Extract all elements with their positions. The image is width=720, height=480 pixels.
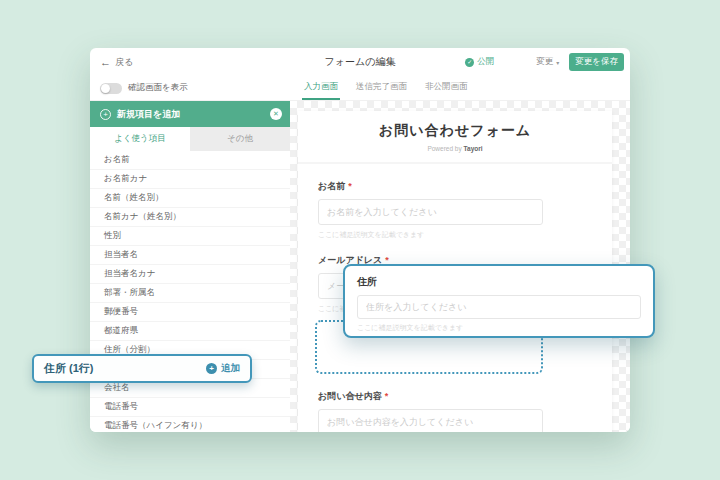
form-header: お問い合わせフォーム Powered by Tayori bbox=[298, 111, 612, 164]
topbar-actions: ✓ 公開 変更 ▾ 変更を保存 bbox=[465, 53, 624, 71]
back-arrow-icon: ← bbox=[100, 56, 111, 68]
address-input[interactable] bbox=[357, 295, 641, 319]
screen-tab[interactable]: 送信完了画面 bbox=[354, 76, 409, 100]
field-type-item[interactable]: 名前（姓名別） bbox=[90, 189, 290, 208]
field-helper-text: ここに補足説明文を記載できます bbox=[318, 230, 592, 240]
required-asterisk: * bbox=[385, 391, 389, 401]
sidebar-tab[interactable]: よく使う項目 bbox=[90, 127, 190, 151]
add-field-button[interactable]: + 追加 bbox=[206, 362, 240, 375]
drag-field-helper: ここに補足説明文を記載できます bbox=[357, 323, 641, 333]
name-input[interactable] bbox=[318, 199, 543, 225]
powered-by-prefix: Powered by bbox=[427, 145, 461, 152]
toggle-label: 確認画面を表示 bbox=[128, 82, 188, 94]
publish-status-label: 公開 bbox=[477, 56, 494, 68]
add-field-panel-header: + 新規項目を追加 ✕ bbox=[90, 101, 290, 127]
close-icon[interactable]: ✕ bbox=[270, 108, 282, 120]
powered-by: Powered by Tayori bbox=[298, 145, 612, 152]
plus-circle-icon: + bbox=[100, 109, 111, 120]
drag-preview-card[interactable]: 住所 ここに補足説明文を記載できます bbox=[343, 264, 655, 338]
sub-header: 確認画面を表示 入力画面送信完了画面非公開画面 bbox=[90, 76, 630, 101]
confirm-screen-toggle[interactable] bbox=[100, 83, 122, 94]
back-button[interactable]: ← 戻る bbox=[100, 56, 133, 69]
screen-tab[interactable]: 非公開画面 bbox=[423, 76, 470, 100]
field-type-item[interactable]: 性別 bbox=[90, 227, 290, 246]
published-check-icon: ✓ bbox=[465, 58, 474, 67]
field-label: お問い合せ内容* bbox=[318, 390, 592, 403]
field-type-list: お名前お名前カナ名前（姓名別）名前カナ（姓名別）性別担当者名担当者名カナ部署・所… bbox=[90, 151, 290, 432]
publish-status-badge: ✓ 公開 bbox=[465, 56, 494, 68]
page-background: ← 戻る フォームの編集 ✓ 公開 変更 ▾ 変更を保存 確認画面を表示 bbox=[0, 0, 720, 480]
field-type-item[interactable]: 電話番号（ハイフン有り） bbox=[90, 417, 290, 432]
form-title: お問い合わせフォーム bbox=[298, 122, 612, 140]
field-type-item[interactable]: お名前カナ bbox=[90, 170, 290, 189]
field-type-item[interactable]: お名前 bbox=[90, 151, 290, 170]
toggle-knob bbox=[101, 84, 110, 93]
field-type-item[interactable]: 都道府県 bbox=[90, 322, 290, 341]
sidebar-tab[interactable]: その他 bbox=[190, 127, 290, 151]
sidebar-tabs: よく使う項目その他 bbox=[90, 127, 290, 151]
top-bar: ← 戻る フォームの編集 ✓ 公開 変更 ▾ 変更を保存 bbox=[90, 48, 630, 76]
field-type-item[interactable]: 担当者名カナ bbox=[90, 265, 290, 284]
field-label-text: お名前 bbox=[318, 181, 345, 191]
field-type-item[interactable]: 部署・所属名 bbox=[90, 284, 290, 303]
field-type-item[interactable]: 電話番号 bbox=[90, 398, 290, 417]
field-type-item[interactable]: 名前カナ（姓名別） bbox=[90, 208, 290, 227]
drag-source-label: 住所 (1行) bbox=[44, 361, 94, 376]
screen-tabs: 入力画面送信完了画面非公開画面 bbox=[302, 76, 470, 100]
chevron-down-icon: ▾ bbox=[556, 59, 559, 66]
field-label-text: お問い合せ内容 bbox=[318, 391, 382, 401]
required-asterisk: * bbox=[348, 181, 352, 191]
field-type-item[interactable]: 担当者名 bbox=[90, 246, 290, 265]
field-label: お名前* bbox=[318, 180, 592, 193]
screen-tab[interactable]: 入力画面 bbox=[302, 76, 340, 100]
drag-source-highlight[interactable]: 住所 (1行) + 追加 bbox=[32, 354, 252, 383]
form-field-message: お問い合せ内容* bbox=[318, 390, 592, 432]
add-label: 追加 bbox=[221, 362, 240, 375]
back-label: 戻る bbox=[115, 56, 133, 69]
plus-circle-icon: + bbox=[206, 363, 217, 374]
field-type-item[interactable]: 郵便番号 bbox=[90, 303, 290, 322]
change-status-label: 変更 bbox=[536, 56, 553, 68]
save-button[interactable]: 変更を保存 bbox=[569, 53, 624, 71]
add-field-panel-title: 新規項目を追加 bbox=[117, 108, 180, 121]
change-status-dropdown[interactable]: 変更 ▾ bbox=[536, 56, 559, 68]
message-textarea[interactable] bbox=[318, 409, 543, 432]
form-field-name: お名前* ここに補足説明文を記載できます bbox=[318, 180, 592, 240]
confirm-screen-toggle-group: 確認画面を表示 bbox=[90, 82, 290, 94]
drag-field-label: 住所 bbox=[357, 275, 641, 289]
powered-by-brand: Tayori bbox=[464, 145, 483, 152]
